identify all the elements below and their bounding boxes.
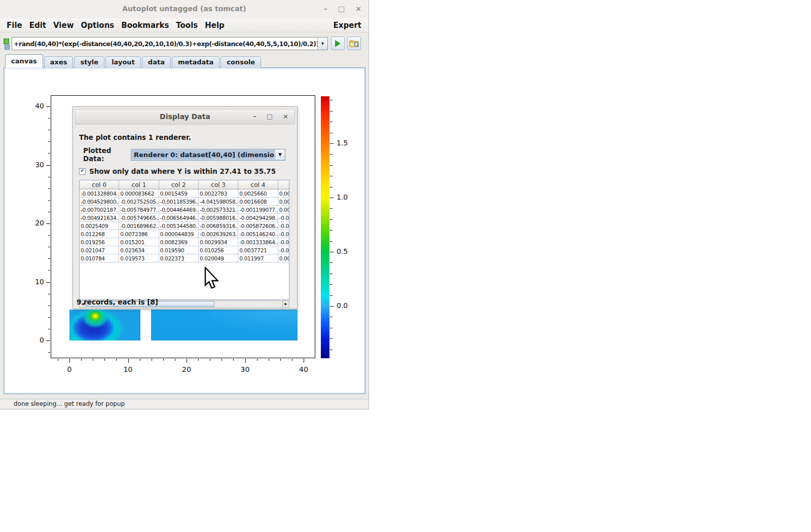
table-cell[interactable]: -0.001689662... bbox=[119, 222, 159, 230]
table-cell[interactable]: -0.005344580... bbox=[159, 222, 199, 230]
go-button[interactable] bbox=[331, 36, 345, 50]
table-cell[interactable]: 0.0082369 bbox=[159, 238, 199, 246]
table-cell[interactable]: 0.019590 bbox=[159, 246, 199, 254]
dialog-close-icon[interactable]: × bbox=[283, 112, 288, 121]
inspect-button[interactable] bbox=[347, 36, 361, 50]
table-cell[interactable]: 0.020049 bbox=[199, 254, 238, 262]
table-cell[interactable]: -0.002639263... bbox=[199, 230, 238, 238]
tab-layout[interactable]: layout bbox=[105, 56, 141, 68]
tab-metadata[interactable]: metadata bbox=[172, 56, 219, 68]
table-cell[interactable]: -0.004921634... bbox=[80, 214, 119, 222]
table-cell[interactable]: -0.001328804... bbox=[80, 189, 119, 198]
table-cell[interactable]: -4.041598058... bbox=[199, 198, 238, 206]
table-cell[interactable]: -0.007002187... bbox=[80, 206, 119, 214]
column-header-4[interactable]: col 4 bbox=[238, 180, 278, 189]
table-cell[interactable]: 0.015201 bbox=[119, 238, 159, 246]
table-cell[interactable]: 0.0037721 bbox=[238, 246, 278, 254]
table-cell[interactable]: -0.005988016... bbox=[199, 214, 238, 222]
table-cell[interactable]: 0.0029934 bbox=[199, 238, 238, 246]
window-titlebar[interactable]: Autoplot untagged (as tomcat) – □ × bbox=[0, 0, 368, 19]
uri-input[interactable]: +rand(40,40)*(exp(-distance(40,40,20,20,… bbox=[12, 37, 328, 50]
table-cell[interactable]: 0.000044839 bbox=[159, 230, 199, 238]
table-cell[interactable]: 0.00 bbox=[278, 198, 289, 206]
table-cell[interactable]: 0.0015459 bbox=[159, 189, 199, 198]
table-cell[interactable]: -0.001185396... bbox=[159, 198, 199, 206]
table-cell[interactable]: -0.0 bbox=[278, 246, 289, 254]
table-cell[interactable]: 0.00 bbox=[278, 206, 289, 214]
table-cell[interactable]: -0.001199077... bbox=[238, 206, 278, 214]
table-row[interactable]: 0.0192560.0152010.00823690.0029934-0.001… bbox=[80, 238, 289, 246]
menu-item-view[interactable]: View bbox=[50, 21, 78, 30]
table-cell[interactable]: -0.0 bbox=[278, 222, 289, 230]
table-cell[interactable]: 0.0016608 bbox=[238, 198, 278, 206]
y-filter-checkbox[interactable]: ✔ bbox=[79, 168, 86, 175]
menu-item-options[interactable]: Options bbox=[78, 21, 118, 30]
scroll-right-button[interactable]: ▶ bbox=[282, 300, 289, 308]
table-cell[interactable]: 0.0025409 bbox=[80, 222, 119, 230]
table-cell[interactable]: 0.011997 bbox=[238, 254, 278, 262]
table-cell[interactable]: 0.010256 bbox=[199, 246, 238, 254]
menu-item-tools[interactable]: Tools bbox=[172, 21, 201, 30]
table-cell[interactable]: -0.002752505... bbox=[119, 198, 159, 206]
dialog-minimize-icon[interactable]: – bbox=[253, 112, 256, 121]
dialog-maximize-icon[interactable]: □ bbox=[267, 112, 273, 121]
combo-arrow-button[interactable]: ▼ bbox=[275, 149, 285, 160]
table-cell[interactable]: -0.001333864... bbox=[238, 238, 278, 246]
table-row[interactable]: 0.0210470.0236340.0195900.0102560.003772… bbox=[80, 246, 289, 254]
table-cell[interactable]: -0.004529800... bbox=[80, 198, 119, 206]
menu-item-help[interactable]: Help bbox=[201, 21, 228, 30]
table-cell[interactable]: -0.004464469... bbox=[159, 206, 199, 214]
table-cell[interactable]: -0.0 bbox=[278, 214, 289, 222]
table-cell[interactable]: -0.005146240... bbox=[238, 230, 278, 238]
table-row[interactable]: 0.0122680.00723860.000044839-0.002639263… bbox=[80, 230, 289, 238]
column-header-1[interactable]: col 1 bbox=[119, 180, 159, 189]
table-cell[interactable]: 0.000083662 bbox=[119, 189, 159, 198]
column-header-3[interactable]: col 3 bbox=[199, 180, 238, 189]
column-header-0[interactable]: col 0 bbox=[80, 180, 119, 189]
table-cell[interactable]: 0.021047 bbox=[80, 246, 119, 254]
table-cell[interactable]: -0.005784977... bbox=[119, 206, 159, 214]
table-row[interactable]: 0.0025409-0.001689662...-0.005344580...-… bbox=[80, 222, 289, 230]
table-cell[interactable]: 0.00 bbox=[278, 254, 289, 262]
table-cell[interactable]: -0.0 bbox=[278, 230, 289, 238]
table-cell[interactable]: -0.005749665... bbox=[119, 214, 159, 222]
table-cell[interactable]: -0.006859316... bbox=[199, 222, 238, 230]
tab-data[interactable]: data bbox=[142, 56, 171, 68]
table-row[interactable]: -0.001328804...0.0000836620.00154590.002… bbox=[80, 189, 289, 198]
dialog-titlebar[interactable]: Display Data – □ × bbox=[75, 109, 295, 125]
table-cell[interactable]: -0.005872606... bbox=[238, 222, 278, 230]
table-cell[interactable]: 0.0025660 bbox=[238, 189, 278, 198]
table-cell[interactable]: 0.019256 bbox=[80, 238, 119, 246]
table-cell[interactable]: 0.012268 bbox=[80, 230, 119, 238]
table-row[interactable]: 0.0107840.0195730.0223730.0200490.011997… bbox=[80, 254, 289, 262]
column-header-5[interactable] bbox=[278, 180, 289, 189]
menu-item-file[interactable]: File bbox=[3, 21, 26, 30]
table-cell[interactable]: 0.023634 bbox=[119, 246, 159, 254]
menu-item-bookmarks[interactable]: Bookmarks bbox=[118, 21, 172, 30]
tab-axes[interactable]: axes bbox=[44, 56, 73, 68]
minimize-icon[interactable]: – bbox=[324, 4, 327, 14]
uri-dropdown-button[interactable]: ▼ bbox=[317, 37, 327, 50]
column-header-2[interactable]: col 2 bbox=[159, 180, 199, 189]
plotted-data-combobox[interactable]: Renderer 0: dataset[40,40] (dimension...… bbox=[131, 149, 285, 161]
table-cell[interactable]: -0.006564946... bbox=[159, 214, 199, 222]
uri-text[interactable]: +rand(40,40)*(exp(-distance(40,40,20,20,… bbox=[12, 40, 317, 48]
table-cell[interactable]: -0.004294298... bbox=[238, 214, 278, 222]
tab-style[interactable]: style bbox=[74, 56, 104, 68]
table-cell[interactable]: 0.010784 bbox=[80, 254, 119, 262]
table-cell[interactable]: 0.0022783 bbox=[199, 189, 238, 198]
menu-item-edit[interactable]: Edit bbox=[26, 21, 50, 30]
table-cell[interactable]: -0.002573321... bbox=[199, 206, 238, 214]
close-icon[interactable]: × bbox=[355, 4, 361, 14]
tab-canvas[interactable]: canvas bbox=[5, 54, 43, 68]
table-cell[interactable]: 0.00 bbox=[278, 189, 289, 198]
maximize-icon[interactable]: □ bbox=[338, 4, 345, 14]
table-cell[interactable]: -0.0 bbox=[278, 238, 289, 246]
expert-toggle[interactable]: Expert bbox=[334, 21, 368, 30]
table-row[interactable]: -0.004921634...-0.005749665...-0.0065649… bbox=[80, 214, 289, 222]
table-cell[interactable]: 0.022373 bbox=[159, 254, 199, 262]
table-cell[interactable]: 0.0072386 bbox=[119, 230, 159, 238]
table-row[interactable]: -0.007002187...-0.005784977...-0.0044644… bbox=[80, 206, 289, 214]
table-cell[interactable]: 0.019573 bbox=[119, 254, 159, 262]
tab-console[interactable]: console bbox=[220, 56, 261, 68]
